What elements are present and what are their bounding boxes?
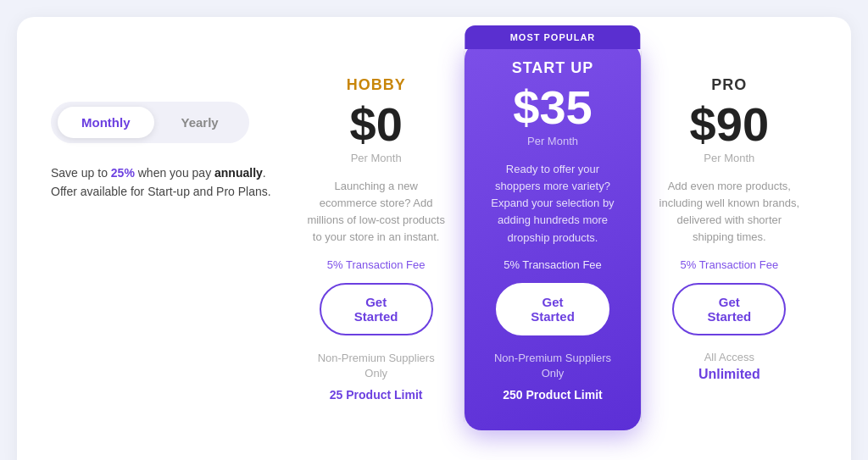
save-mid: when you pay <box>135 166 214 180</box>
billing-toggle: Monthly Yearly <box>51 102 249 143</box>
hobby-supplier-info: Non-Premium Suppliers Only <box>305 351 447 381</box>
pro-transaction-fee: 5% Transaction Fee <box>681 258 779 271</box>
pro-description: Add even more products, including well k… <box>659 178 800 247</box>
savings-text: Save up to 25% when you pay annually. Of… <box>51 163 271 202</box>
hobby-product-limit: 25 Product Limit <box>330 388 423 402</box>
hobby-get-started-btn[interactable]: Get Started <box>320 283 433 335</box>
hobby-price: $0 <box>350 101 403 148</box>
save-percent: 25% <box>111 166 135 180</box>
startup-description: Ready to offer your shoppers more variet… <box>481 161 623 247</box>
hobby-description: Launching a new ecommerce store? Add mil… <box>305 178 447 247</box>
startup-per-month: Per Month <box>527 135 578 147</box>
save-annually: annually <box>214 166 263 180</box>
save-prefix: Save up to <box>51 166 111 180</box>
startup-price: $35 <box>513 84 592 131</box>
hobby-card: HOBBY $0 Per Month Launching a new ecomm… <box>288 51 465 422</box>
save-subtext: Offer available for Start-up and Pro Pla… <box>51 185 271 198</box>
startup-product-limit: 250 Product Limit <box>503 388 602 402</box>
hobby-plan-name: HOBBY <box>347 76 406 94</box>
monthly-toggle-btn[interactable]: Monthly <box>58 107 154 138</box>
most-popular-badge: MOST POPULAR <box>465 25 640 49</box>
pro-plan-name: PRO <box>711 76 747 94</box>
startup-get-started-btn[interactable]: Get Started <box>496 283 609 335</box>
left-panel: Monthly Yearly Save up to 25% when you p… <box>51 51 288 202</box>
pro-unlimited-text: Unlimited <box>698 367 760 382</box>
hobby-per-month: Per Month <box>351 152 402 164</box>
pro-get-started-btn[interactable]: Get Started <box>672 283 786 335</box>
pro-all-access-label: All Access <box>704 351 754 363</box>
pro-card: PRO $90 Per Month Add even more products… <box>641 51 817 422</box>
yearly-toggle-btn[interactable]: Yearly <box>158 107 242 138</box>
startup-plan-name: START UP <box>512 59 594 77</box>
startup-supplier-info: Non-Premium Suppliers Only <box>481 351 623 381</box>
pricing-container: Monthly Yearly Save up to 25% when you p… <box>17 17 851 460</box>
hobby-transaction-fee: 5% Transaction Fee <box>327 258 426 271</box>
startup-card: MOST POPULAR START UP $35 Per Month Read… <box>465 42 640 430</box>
cards-area: HOBBY $0 Per Month Launching a new ecomm… <box>288 51 817 422</box>
pro-per-month: Per Month <box>704 152 754 164</box>
pro-price: $90 <box>690 101 769 148</box>
startup-transaction-fee: 5% Transaction Fee <box>504 258 602 271</box>
save-period: . <box>263 166 266 180</box>
